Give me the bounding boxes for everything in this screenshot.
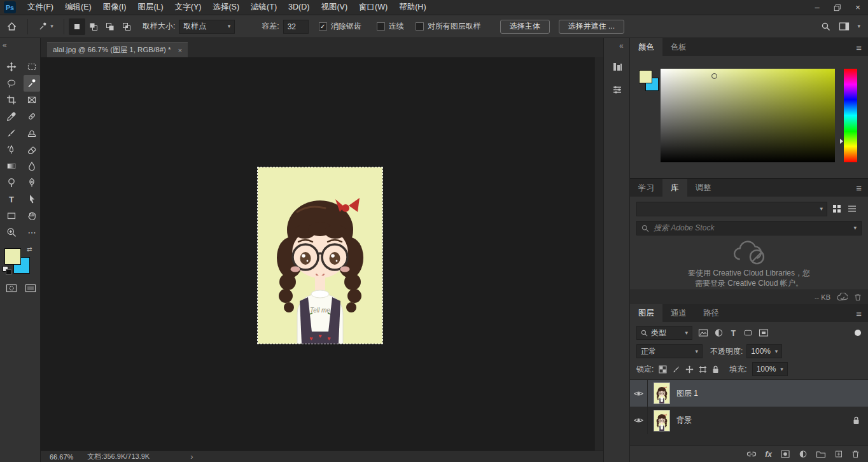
select-subject-button[interactable]: 选择主体 [500, 20, 550, 34]
select-and-mask-button[interactable]: 选择并遮住 ... [559, 20, 624, 34]
default-colors-back-icon[interactable] [6, 269, 11, 275]
menu-3d[interactable]: 3D(D) [283, 0, 315, 15]
type-tool[interactable]: T [3, 191, 20, 207]
path-selection-tool[interactable] [24, 191, 40, 207]
menu-window[interactable]: 窗口(W) [353, 0, 393, 15]
canvas-area[interactable] [41, 57, 594, 451]
link-layers-icon[interactable] [746, 450, 757, 458]
chevron-down-icon[interactable]: ▾ [857, 24, 860, 29]
canvas-scrollbar[interactable] [594, 57, 603, 451]
swap-colors-icon[interactable]: ⇄ [27, 246, 32, 253]
filter-adjustment-layers-icon[interactable] [714, 328, 724, 337]
eyedropper-tool[interactable] [3, 108, 20, 125]
quick-mask-button[interactable] [3, 280, 20, 297]
menu-image[interactable]: 图像(I) [97, 0, 132, 15]
lock-artboard-icon[interactable] [699, 365, 707, 374]
tab-layers[interactable]: 图层 [630, 304, 662, 322]
lock-all-icon[interactable] [712, 365, 719, 374]
layer-row-1[interactable]: 图层 1 [630, 380, 868, 407]
menu-edit[interactable]: 编辑(E) [59, 0, 97, 15]
tab-color[interactable]: 颜色 [630, 38, 662, 56]
list-view-button[interactable] [848, 205, 857, 213]
lock-transparency-icon[interactable] [659, 365, 667, 374]
blur-tool[interactable] [24, 158, 40, 174]
stock-search-field[interactable]: 搜索 Adobe Stock ▾ [636, 221, 862, 235]
hue-slider[interactable] [844, 69, 857, 162]
toolbar-collapse-icon[interactable]: « [3, 41, 7, 50]
tab-paths[interactable]: 路径 [695, 304, 727, 322]
layer-1-visibility-toggle[interactable] [630, 380, 648, 407]
dodge-tool[interactable] [3, 174, 20, 191]
intersect-selection-mode-button[interactable] [118, 18, 135, 35]
tab-adjustments[interactable]: 调整 [687, 179, 720, 197]
grid-view-button[interactable] [832, 204, 841, 213]
add-selection-mode-button[interactable] [85, 18, 102, 35]
menu-type[interactable]: 文字(Y) [169, 0, 207, 15]
screen-mode-button[interactable] [22, 280, 39, 297]
crop-tool[interactable] [3, 92, 20, 108]
fill-input[interactable]: 100% ▾ [752, 362, 788, 376]
tab-learn[interactable]: 学习 [630, 179, 662, 197]
new-selection-mode-button[interactable] [69, 18, 85, 35]
menu-layer[interactable]: 图层(L) [132, 0, 169, 15]
filter-smart-objects-icon[interactable] [759, 328, 769, 337]
filter-type-layers-icon[interactable]: T [729, 328, 738, 337]
document-tab-close-icon[interactable]: × [178, 46, 183, 54]
lasso-tool[interactable] [3, 75, 20, 92]
menu-help[interactable]: 帮助(H) [393, 0, 431, 15]
blend-mode-select[interactable]: 正常 ▾ [636, 344, 703, 358]
new-group-icon[interactable] [816, 450, 826, 458]
minimize-button[interactable]: – [807, 0, 827, 15]
add-mask-icon[interactable] [780, 450, 790, 458]
contiguous-checkbox[interactable] [377, 22, 385, 31]
zoom-level[interactable]: 66.67% [50, 453, 73, 461]
panel-menu-icon[interactable]: ≡ [850, 179, 868, 197]
filter-type-select[interactable]: 类型 ▾ [636, 326, 692, 340]
search-icon[interactable] [821, 22, 831, 32]
contiguous-option[interactable]: 连续 [377, 21, 404, 32]
magic-wand-tool[interactable] [24, 75, 40, 92]
new-adjustment-layer-icon[interactable] [799, 450, 808, 458]
zoom-tool[interactable] [3, 224, 20, 241]
restore-button[interactable] [827, 0, 848, 15]
sample-all-layers-checkbox[interactable] [416, 22, 424, 31]
clone-stamp-tool[interactable] [24, 125, 40, 141]
move-tool[interactable] [3, 59, 20, 75]
library-select[interactable]: ▾ [636, 202, 827, 216]
pen-tool[interactable] [24, 174, 40, 191]
tool-preset-button[interactable]: ▾ [32, 18, 59, 35]
lock-position-icon[interactable] [685, 365, 694, 374]
background-layer-name[interactable]: 背景 [676, 415, 692, 426]
menu-file[interactable]: 文件(F) [22, 0, 59, 15]
menu-view[interactable]: 视图(V) [315, 0, 353, 15]
tab-library[interactable]: 库 [662, 179, 687, 197]
background-thumbnail[interactable] [654, 410, 670, 431]
gradient-tool[interactable] [3, 158, 20, 174]
eraser-tool[interactable] [24, 141, 40, 158]
cloud-sync-icon[interactable] [837, 293, 848, 302]
frame-tool[interactable] [24, 92, 40, 108]
menu-filter[interactable]: 滤镜(T) [245, 0, 283, 15]
menu-select[interactable]: 选择(S) [207, 0, 245, 15]
trash-icon[interactable] [854, 293, 862, 302]
filter-pixel-layers-icon[interactable] [698, 328, 708, 337]
sample-size-select[interactable]: 取样点 ▾ [179, 20, 235, 34]
foreground-color-swatch[interactable] [639, 70, 652, 83]
panel-menu-icon[interactable]: ≡ [850, 38, 868, 56]
document-tab[interactable]: alal.jpg @ 66.7% (图层 1, RGB/8#) * × [47, 42, 188, 57]
home-button[interactable] [0, 18, 23, 35]
background-visibility-toggle[interactable] [630, 407, 648, 434]
layer-1-thumbnail[interactable] [654, 382, 670, 404]
foreground-color-swatch[interactable] [4, 248, 21, 265]
subtract-selection-mode-button[interactable] [102, 18, 118, 35]
rectangle-tool[interactable] [3, 207, 20, 224]
history-brush-tool[interactable] [3, 141, 20, 158]
collapsed-panel-button-1[interactable] [608, 59, 626, 75]
document-image[interactable] [258, 167, 382, 344]
brush-tool[interactable] [3, 125, 20, 141]
status-options-chevron-icon[interactable]: › [190, 452, 193, 461]
edit-toolbar-button[interactable]: ⋯ [24, 224, 40, 241]
filter-toggle-icon[interactable] [854, 329, 862, 337]
spot-healing-brush-tool[interactable] [24, 108, 40, 125]
layer-1-name[interactable]: 图层 1 [676, 388, 698, 399]
